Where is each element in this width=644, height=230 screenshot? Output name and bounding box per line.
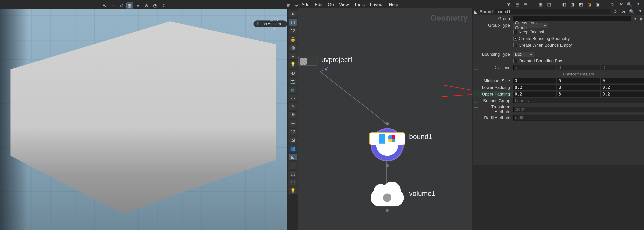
- disp-bulb-icon[interactable]: 💡: [289, 61, 297, 68]
- menu-help[interactable]: Help: [389, 2, 398, 7]
- menu-layout[interactable]: Layout: [370, 2, 384, 7]
- tool-gear-icon[interactable]: ✲: [160, 2, 166, 9]
- view-camera-pill[interactable]: No cam ▾: [270, 20, 287, 27]
- search-icon[interactable]: 🔍: [627, 2, 632, 7]
- min-size-z[interactable]: 0: [601, 78, 644, 83]
- viewport-3d[interactable]: Persp ▾ No cam ▾: [0, 9, 287, 230]
- pref1-icon[interactable]: ◧: [562, 2, 567, 7]
- tool-grid-icon[interactable]: ▦: [126, 2, 133, 9]
- disp-axis-icon[interactable]: ✛: [289, 120, 297, 127]
- min-size-x[interactable]: 0: [513, 78, 556, 83]
- node-bound-input[interactable]: [386, 122, 389, 125]
- disp-12-icon[interactable]: 12: [289, 128, 297, 135]
- pref3-icon[interactable]: ◩: [578, 2, 584, 7]
- disp-cube2-icon[interactable]: ⬚: [289, 179, 297, 186]
- enforcement-section: Enforcement Bars: [513, 72, 644, 76]
- disp-people-icon[interactable]: 👥: [289, 145, 297, 152]
- disp-planet-icon[interactable]: 🜨: [289, 52, 297, 59]
- disp-arrow-icon[interactable]: ➤: [289, 10, 297, 17]
- disp-scatter-icon[interactable]: ⁘: [289, 162, 297, 169]
- node-bound-display-flag[interactable]: [379, 134, 385, 144]
- menu-go[interactable]: Go: [328, 2, 334, 7]
- divisions-z[interactable]: 3: [601, 65, 644, 70]
- disp-edit-icon[interactable]: ✎: [289, 103, 297, 110]
- tool-deny-icon[interactable]: ⊘: [143, 2, 150, 9]
- node-bound-chip[interactable]: [370, 133, 405, 145]
- tool-list-icon[interactable]: ≡: [135, 2, 141, 9]
- node-bound-output[interactable]: [386, 164, 389, 167]
- tool-move-icon[interactable]: ↔: [110, 2, 116, 9]
- lower-padding-y[interactable]: 3: [557, 85, 600, 90]
- tool-snap-icon[interactable]: ⇄: [118, 2, 124, 9]
- keep-original-checkbox[interactable]: [514, 30, 517, 34]
- disp-frame-icon[interactable]: ▭: [289, 95, 297, 102]
- h-icon[interactable]: H: [618, 2, 624, 7]
- wrench-icon[interactable]: 🛠: [506, 2, 512, 7]
- upper-padding-x[interactable]: 0.2: [513, 91, 556, 97]
- param-help-icon[interactable]: ?: [637, 9, 642, 14]
- menu-add[interactable]: Add: [301, 2, 310, 7]
- group-type-dropdown[interactable]: Guess from Group ◆: [513, 23, 548, 28]
- lower-padding-x[interactable]: 0.2: [513, 85, 556, 90]
- disp-eye-icon[interactable]: 👁: [289, 111, 297, 118]
- node-uvproject[interactable]: uvproject1 uv: [298, 56, 354, 72]
- node-volume[interactable]: volume1: [370, 183, 404, 212]
- upper-padding-y[interactable]: 3: [557, 91, 600, 97]
- disp-numbers-icon[interactable]: 12: [289, 27, 297, 34]
- layout-icon[interactable]: ⊞: [286, 3, 292, 8]
- pref4-icon[interactable]: ◪: [587, 2, 592, 7]
- disp-lock-icon[interactable]: 🔓: [289, 36, 297, 43]
- menu-tools[interactable]: Tools: [354, 2, 365, 7]
- divisions-toggle[interactable]: [474, 66, 478, 69]
- xform-attr-toggle[interactable]: [474, 107, 478, 111]
- xform-attr-field[interactable]: xform: [514, 107, 644, 112]
- create-geo-checkbox[interactable]: ✓: [514, 37, 517, 40]
- upper-padding-z[interactable]: 0.2: [601, 91, 644, 97]
- bounding-type-dropdown[interactable]: Box ◆: [513, 52, 534, 57]
- panel-icon[interactable]: ▤: [515, 2, 520, 7]
- divisions-y[interactable]: 3: [557, 65, 600, 70]
- node-volume-body[interactable]: [370, 189, 404, 207]
- disp-share-icon[interactable]: ⇲: [289, 137, 297, 144]
- node-volume-output[interactable]: [386, 209, 389, 212]
- grid2-icon[interactable]: ▦: [538, 2, 543, 7]
- disp-cube1-icon[interactable]: ⬚: [289, 171, 297, 178]
- parameter-panel: ◣ Bound bound1 ✲ H 🔍 ? Group ▾ ▶ Group T…: [472, 8, 644, 165]
- node-bound[interactable]: bound1: [370, 122, 404, 167]
- divisions-x[interactable]: 3: [514, 65, 556, 70]
- node-name-field[interactable]: bound1: [495, 9, 610, 14]
- menu-edit[interactable]: Edit: [315, 2, 322, 7]
- param-h-icon[interactable]: H: [621, 9, 626, 14]
- param-gear-icon[interactable]: ✲: [613, 9, 618, 14]
- disp-target-icon[interactable]: ◎: [289, 44, 297, 51]
- disp-exposure-icon[interactable]: ◐: [289, 69, 297, 76]
- disp-light2-icon[interactable]: 💡: [289, 187, 297, 194]
- disp-prim-icon[interactable]: ◣: [289, 154, 297, 161]
- oriented-checkbox[interactable]: [514, 59, 517, 63]
- group-select-icon[interactable]: ▶: [639, 16, 644, 21]
- disp-tv-icon[interactable]: 📺: [289, 86, 297, 93]
- lower-padding-z[interactable]: 0.2: [601, 85, 644, 90]
- pin-icon[interactable]: ☍: [294, 3, 300, 8]
- gear2-icon[interactable]: ✲: [610, 2, 615, 7]
- tool-clock-icon[interactable]: ◔: [152, 2, 158, 9]
- create-empty-checkbox[interactable]: ✓: [514, 43, 517, 47]
- tool-select-icon[interactable]: ↖: [102, 2, 108, 9]
- disp-box-icon[interactable]: ▢: [289, 19, 297, 26]
- param-search-icon[interactable]: 🔍: [629, 9, 634, 14]
- node-uvproject-body[interactable]: [298, 56, 318, 66]
- min-size-y[interactable]: 0: [557, 78, 600, 83]
- bounds-group-toggle[interactable]: [474, 99, 478, 103]
- list2-icon[interactable]: ≣: [523, 2, 528, 7]
- disp-camera-icon[interactable]: 📷: [289, 78, 297, 85]
- radii-attr-field[interactable]: radii: [514, 115, 644, 121]
- group-picker-icon[interactable]: ▾: [633, 16, 638, 21]
- lower-padding-label: Lower Padding: [474, 85, 512, 90]
- help-icon[interactable]: ?: [635, 2, 640, 7]
- menu-view[interactable]: View: [339, 2, 349, 7]
- layers-icon[interactable]: ◫: [546, 2, 552, 7]
- pref5-icon[interactable]: ▣: [595, 2, 600, 7]
- radii-attr-toggle[interactable]: [474, 116, 478, 120]
- bounds-group-field[interactable]: bounds: [514, 98, 644, 103]
- pref2-icon[interactable]: ◨: [570, 2, 575, 7]
